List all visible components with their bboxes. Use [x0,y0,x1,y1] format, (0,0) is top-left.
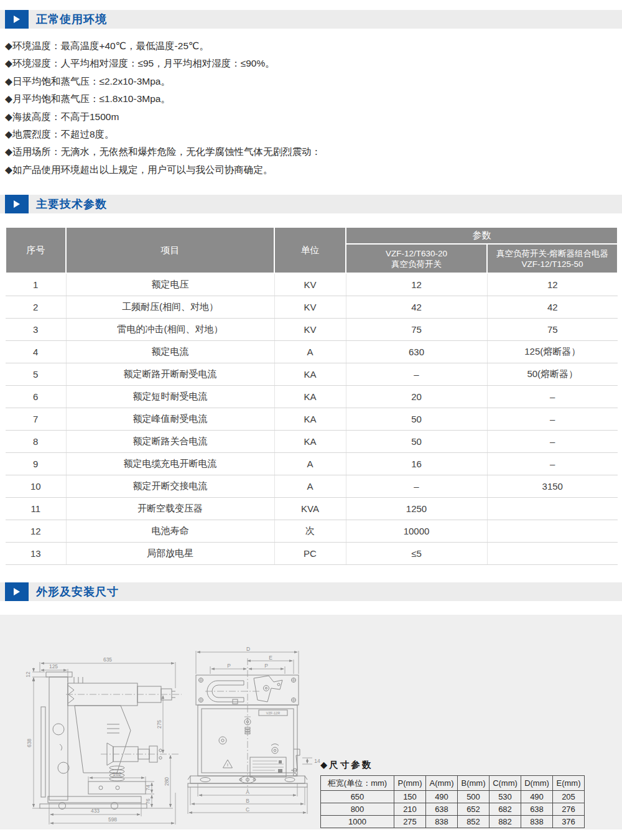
cell-item: 额定电缆充电开断电流 [66,453,274,475]
size-cell: 852 [458,816,490,828]
cell-no: 7 [6,408,66,431]
size-cell: 500 [458,791,490,803]
col-header-item: 项目 [66,227,274,273]
front-view-drawing: D E P P 14 A B C VZF-12R [180,646,330,833]
list-item: ◆如产品使用环境超出以上规定，用户可以与我公司协商确定。 [5,161,321,179]
dim-638: 638 [26,739,32,747]
size-cell: 205 [553,791,585,803]
cell-unit: KA [274,363,346,386]
size-cell: 530 [490,791,521,803]
dim-12: 12 [25,671,31,678]
size-parameters-block: ◆尺寸参数 柜宽(单位：mm) P(mm) A(mm) B(mm) C(mm) … [320,759,588,828]
cell-v1: – [346,475,487,498]
cell-unit: KV [274,296,346,319]
model-label: VZF-12R [266,711,280,715]
table-row: 650150490500530490205 [321,791,585,803]
cell-v2: – [487,431,618,453]
table-row: 9额定电缆充电开断电流A16– [6,453,618,475]
cell-v1: 16 [346,453,487,475]
centerlines [205,658,261,791]
cell-item: 电池寿命 [66,520,274,543]
size-col-header: A(mm) [426,776,458,791]
size-cell: 652 [458,803,490,816]
drawing-panel: 635 125 12 638 275 280 182 74 76 433 598 [0,615,622,829]
size-cell: 882 [490,816,521,828]
list-item: ◆海拔高度：不高于1500m [5,108,321,126]
list-item: ◆月平均饱和蒸气压：≤1.8x10-3Mpa。 [5,90,321,108]
size-cell: 682 [490,803,521,816]
cell-v1: 42 [346,296,487,319]
dim-B: B [246,798,249,804]
size-table-caption: ◆尺寸参数 [320,759,588,771]
env-conditions-list: ◆环境温度：最高温度+40℃，最低温度-25℃。 ◆环境湿度：人平均相对湿度：≤… [5,37,321,179]
cell-unit: A [274,341,346,363]
section-header-outline: 外形及安装尺寸 [0,582,622,601]
arrow-right-icon [14,200,20,208]
cell-no: 5 [6,363,66,386]
cell-v1: 1250 [346,498,487,520]
list-item: ◆环境温度：最高温度+40℃，最低温度-25℃。 [5,37,321,55]
cell-unit: A [274,453,346,475]
switch-side-outline [40,672,175,810]
cell-v1: 630 [346,341,487,363]
section-title-env: 正常使用环境 [36,10,107,29]
cell-no: 8 [6,431,66,453]
cell-v2 [487,520,618,543]
section-header-tech: 主要技术参数 [0,195,622,213]
dim-598: 598 [108,816,117,823]
cell-no: 3 [6,319,66,341]
section-title-tech: 主要技术参数 [36,195,107,213]
table-row: 3雷电的冲击(相间、对地）KV7575 [6,319,618,341]
dim-125: 125 [49,663,58,670]
dimension-labels: 635 125 12 638 275 280 182 74 76 433 598 [25,656,170,823]
table-row: 10额定开断交接电流A–3150 [6,475,618,498]
size-cell: 638 [521,803,553,816]
section-header-env: 正常使用环境 [0,10,622,29]
cell-item: 额定电压 [66,273,274,296]
size-col-header: D(mm) [521,776,553,791]
list-item: ◆环境湿度：人平均相对湿度：≤95，月平均相对湿度：≤90%。 [5,55,321,72]
centerlines [66,694,182,754]
size-cell: 276 [553,803,585,816]
cell-item: 工频耐压(相间、对地） [66,296,274,319]
cell-v1: ≤5 [346,543,487,565]
table-row: 1额定电压KV1212 [6,273,618,296]
size-cell: 638 [426,803,458,816]
dim-74: 74 [145,785,151,791]
table-row: 8额定断路关合电流KA50– [6,431,618,453]
cell-unit: KA [274,408,346,431]
dim-280: 280 [164,777,170,786]
dim-14: 14 [314,758,320,764]
dim-76: 76 [145,798,151,805]
side-view-drawing: 635 125 12 638 275 280 182 74 76 433 598 [14,650,188,826]
model2-line1: 真空负荷开关-熔断器组合电器 [488,248,617,259]
size-col-header: P(mm) [394,776,426,791]
cell-unit: A [274,475,346,498]
dim-D: D [246,646,250,652]
table-row: 13局部放电星PC≤5 [6,543,618,565]
size-cell: 838 [521,816,553,828]
dim-E: E [269,655,272,661]
table-row: 2工频耐压(相间、对地）KV4242 [6,296,618,319]
cell-unit: PC [274,543,346,565]
table-row: 1000275838852882838376 [321,816,585,828]
cell-item: 开断空载变压器 [66,498,274,520]
model2-line2: VZF-12/T125-50 [488,259,617,269]
size-cell: 210 [394,803,426,816]
size-cell: 275 [394,816,426,828]
size-cell: 376 [553,816,585,828]
cell-v1: 10000 [346,520,487,543]
cell-v2: 12 [487,273,618,296]
table-row: 7额定峰值耐受电流KA50– [6,408,618,431]
cell-v1: 75 [346,319,487,341]
size-cell: 650 [321,791,394,803]
tech-parameters-table: 序号 项目 单位 参数 VZF-12/T630-20 真空负荷开关 真空负荷开关… [5,226,618,565]
cell-no: 13 [6,543,66,565]
section-title-outline: 外形及安装尺寸 [36,582,119,601]
size-cell: 838 [426,816,458,828]
cell-unit: 次 [274,520,346,543]
table-row: 11开断空载变压器KVA1250 [6,498,618,520]
cell-unit: KA [274,386,346,408]
size-table: 柜宽(单位：mm) P(mm) A(mm) B(mm) C(mm) D(mm) … [320,775,585,828]
size-cell: 800 [321,803,394,816]
